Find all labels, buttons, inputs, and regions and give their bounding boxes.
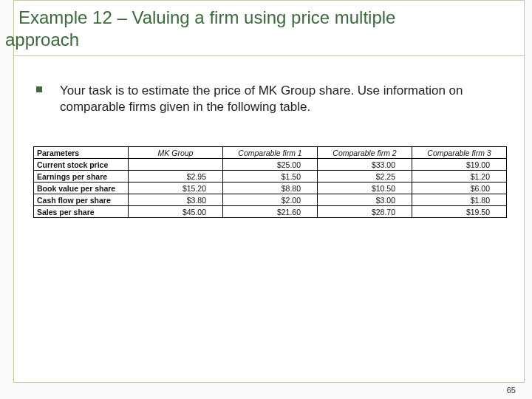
col-header-comp2: Comparable firm 2: [318, 147, 412, 159]
table-row: Cash flow per share $3.80 $2.00 $3.00 $1…: [34, 194, 507, 206]
cell: $19.00: [412, 159, 507, 171]
col-header-parameters: Parameters: [34, 147, 129, 159]
bullet-text: Your task is to estimate the price of MK…: [60, 83, 506, 115]
cell: $1.80: [412, 194, 507, 206]
row-label: Earnings per share: [34, 171, 129, 183]
row-label: Current stock price: [34, 159, 129, 171]
table-header-row: Parameters MK Group Comparable firm 1 Co…: [34, 147, 507, 159]
title-line-1: Example 12 – Valuing a firm using price …: [18, 7, 524, 29]
bullet-item: Your task is to estimate the price of MK…: [36, 83, 506, 115]
cell: $2.95: [129, 171, 223, 183]
col-header-comp1: Comparable firm 1: [223, 147, 318, 159]
cell: $8.80: [223, 183, 318, 194]
col-header-mk: MK Group: [129, 147, 223, 159]
slide-title: Example 12 – Valuing a firm using price …: [14, 1, 524, 56]
table-row: Current stock price $25.00 $33.00 $19.00: [34, 159, 507, 171]
square-bullet-icon: [36, 86, 42, 92]
row-label: Book value per share: [34, 183, 129, 194]
cell: $28.70: [318, 206, 412, 218]
cell: $1.20: [412, 171, 507, 183]
cell: $3.00: [318, 194, 412, 206]
cell: $2.00: [223, 194, 318, 206]
title-line-2: approach: [5, 29, 524, 51]
cell: $25.00: [223, 159, 318, 171]
table-row: Earnings per share $2.95 $1.50 $2.25 $1.…: [34, 171, 507, 183]
cell: $21.60: [223, 206, 318, 218]
cell: $10.50: [318, 183, 412, 194]
cell: $33.00: [318, 159, 412, 171]
cell: $2.25: [318, 171, 412, 183]
cell: $45.00: [129, 206, 223, 218]
cell: $1.50: [223, 171, 318, 183]
cell: $15.20: [129, 183, 223, 194]
cell: [129, 159, 223, 171]
table-row: Book value per share $15.20 $8.80 $10.50…: [34, 183, 507, 194]
comparables-table: Parameters MK Group Comparable firm 1 Co…: [33, 146, 507, 218]
comparables-table-wrap: Parameters MK Group Comparable firm 1 Co…: [33, 146, 506, 218]
page-number: 65: [507, 386, 516, 395]
table-row: Sales per share $45.00 $21.60 $28.70 $19…: [34, 206, 507, 218]
col-header-comp3: Comparable firm 3: [412, 147, 507, 159]
cell: $19.50: [412, 206, 507, 218]
cell: $6.00: [412, 183, 507, 194]
row-label: Sales per share: [34, 206, 129, 218]
cell: $3.80: [129, 194, 223, 206]
row-label: Cash flow per share: [34, 194, 129, 206]
slide-frame: Example 12 – Valuing a firm using price …: [13, 0, 525, 383]
slide-body: Your task is to estimate the price of MK…: [14, 56, 524, 218]
